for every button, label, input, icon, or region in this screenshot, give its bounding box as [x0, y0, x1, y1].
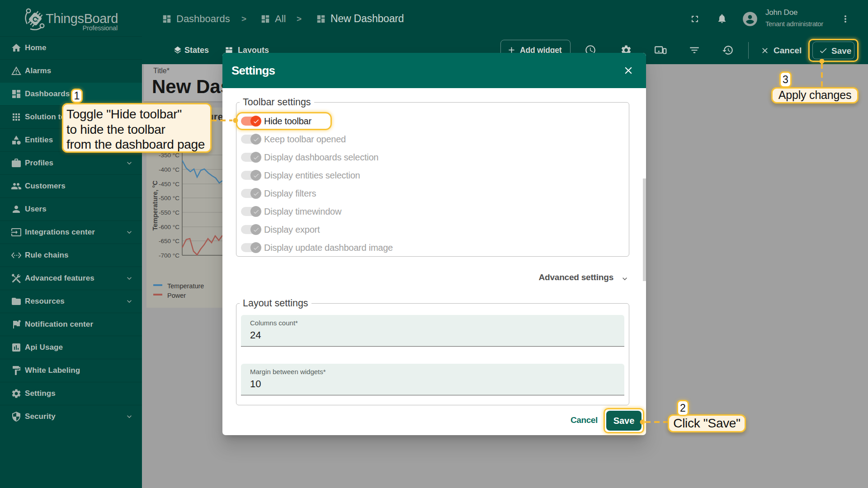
- svg-text:-600 °C: -600 °C: [159, 224, 179, 230]
- svg-text:Temperature: Temperature: [167, 282, 204, 290]
- svg-text:-400 °C: -400 °C: [159, 166, 179, 173]
- svg-text:Power: Power: [167, 292, 186, 299]
- svg-text:-350 °C: -350 °C: [159, 152, 179, 159]
- svg-text:-500 °C: -500 °C: [159, 195, 179, 202]
- svg-text:-550 °C: -550 °C: [159, 209, 179, 216]
- svg-text:-450 °C: -450 °C: [159, 181, 179, 188]
- svg-text:-700 °C: -700 °C: [159, 252, 179, 259]
- svg-text:Temperature, °C: Temperature, °C: [151, 180, 159, 231]
- svg-text:-650 °C: -650 °C: [159, 238, 179, 244]
